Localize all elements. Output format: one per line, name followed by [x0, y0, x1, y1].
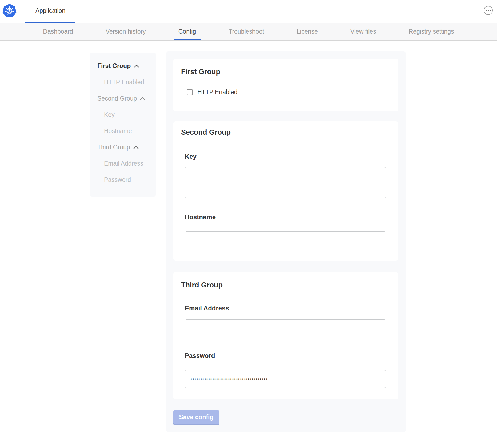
- hostname-input[interactable]: [185, 231, 386, 249]
- config-panel: First Group HTTP Enabled Second Group Ke…: [166, 51, 406, 432]
- sidebar-item-label: Password: [104, 176, 131, 183]
- sidebar-item-label: HTTP Enabled: [104, 79, 144, 86]
- ellipsis-menu-icon[interactable]: [484, 6, 493, 15]
- sidebar-item-first-group[interactable]: First Group: [97, 58, 156, 74]
- http-enabled-field: HTTP Enabled: [187, 89, 237, 96]
- sidebar-item-label: Third Group: [97, 144, 130, 151]
- email-address-input[interactable]: [185, 319, 386, 337]
- dot: [490, 10, 491, 11]
- sidebar-item-label: Hostname: [104, 127, 132, 135]
- password-label: Password: [185, 352, 215, 359]
- tab-version-history[interactable]: Version history: [104, 23, 147, 40]
- tab-view-files[interactable]: View files: [349, 23, 378, 40]
- sidebar-item-second-group[interactable]: Second Group: [97, 90, 156, 107]
- dot: [486, 10, 487, 11]
- sidebar-item-hostname[interactable]: Hostname: [97, 123, 156, 139]
- group-title: Second Group: [181, 128, 231, 137]
- save-config-button[interactable]: Save config: [173, 410, 219, 424]
- http-enabled-checkbox[interactable]: [187, 89, 193, 95]
- application-tab[interactable]: Application: [25, 0, 75, 23]
- config-group-second: Second Group Key Hostname: [173, 121, 398, 261]
- key-label: Key: [185, 153, 197, 160]
- chevron-up-icon: [133, 146, 139, 149]
- hostname-label: Hostname: [185, 213, 216, 221]
- key-textarea[interactable]: [185, 167, 386, 198]
- tab-config[interactable]: Config: [177, 23, 198, 40]
- sidebar-item-label: Key: [104, 111, 115, 118]
- chevron-up-icon: [140, 97, 145, 100]
- tab-troubleshoot[interactable]: Troubleshoot: [227, 23, 266, 40]
- sidebar-item-key[interactable]: Key: [97, 107, 156, 123]
- config-page: Application Dashboard Version history Co…: [0, 0, 497, 448]
- dot: [488, 10, 489, 11]
- email-address-label: Email Address: [185, 305, 229, 312]
- chevron-up-icon: [134, 64, 139, 68]
- kubernetes-logo-icon: [2, 3, 17, 18]
- group-title: First Group: [181, 68, 220, 76]
- tab-license[interactable]: License: [295, 23, 319, 40]
- http-enabled-label: HTTP Enabled: [197, 89, 237, 96]
- sidebar-item-label: First Group: [97, 62, 131, 70]
- sidebar-item-label: Email Address: [104, 160, 143, 167]
- password-input[interactable]: [185, 370, 386, 388]
- tab-registry-settings[interactable]: Registry settings: [407, 23, 456, 40]
- app-header: Application: [0, 0, 497, 23]
- app-subnav: Dashboard Version history Config Trouble…: [0, 23, 497, 41]
- config-group-third: Third Group Email Address Password: [173, 272, 398, 399]
- tab-dashboard[interactable]: Dashboard: [41, 23, 75, 40]
- config-sidebar: First Group HTTP Enabled Second Group Ke…: [90, 53, 156, 197]
- sidebar-item-third-group[interactable]: Third Group: [97, 139, 156, 155]
- group-title: Third Group: [181, 281, 223, 289]
- sidebar-item-password[interactable]: Password: [97, 172, 156, 188]
- sidebar-item-http-enabled[interactable]: HTTP Enabled: [97, 74, 156, 90]
- sidebar-item-email-address[interactable]: Email Address: [97, 155, 156, 172]
- sidebar-item-label: Second Group: [97, 95, 137, 102]
- config-group-first: First Group HTTP Enabled: [173, 59, 398, 111]
